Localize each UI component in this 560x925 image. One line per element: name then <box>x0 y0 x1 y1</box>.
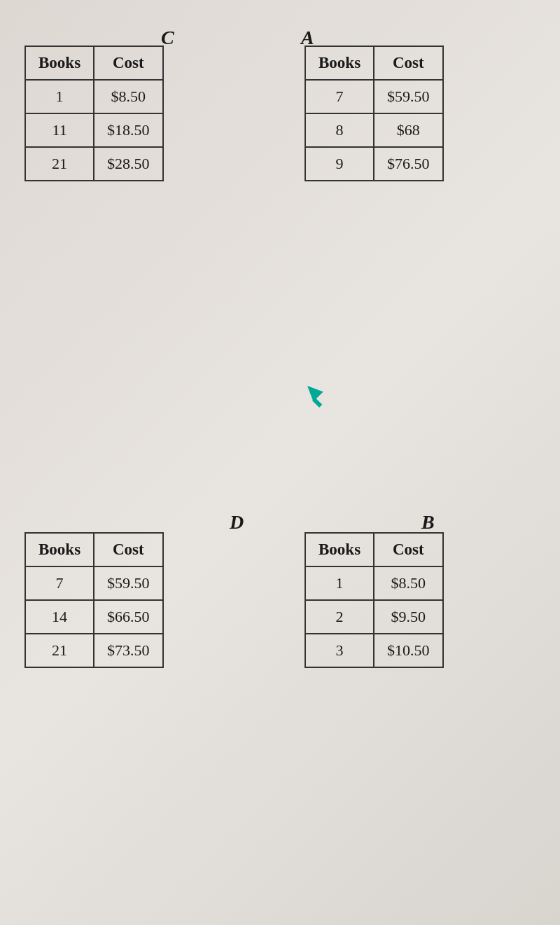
books-cell: 1 <box>305 566 374 600</box>
books-cell: 3 <box>305 634 374 667</box>
cost-cell: $9.50 <box>374 600 443 634</box>
books-cell: 2 <box>305 600 374 634</box>
table-a-col1-header: Books <box>305 46 374 80</box>
cost-cell: $8.50 <box>94 80 163 113</box>
table-d-col2-header: Cost <box>94 533 163 566</box>
table-row: 1$8.50 <box>25 80 163 113</box>
table-row: 3$10.50 <box>305 634 443 667</box>
cost-cell: $66.50 <box>94 600 163 634</box>
table-c-col1-header: Books <box>25 46 94 80</box>
cost-cell: $8.50 <box>374 566 443 600</box>
label-d: D <box>230 511 244 534</box>
table-row: 11$18.50 <box>25 113 163 147</box>
table-row: 14$66.50 <box>25 600 163 634</box>
books-cell: 7 <box>25 566 94 600</box>
books-cell: 11 <box>25 113 94 147</box>
cost-cell: $28.50 <box>94 147 163 181</box>
table-row: 7$59.50 <box>25 566 163 600</box>
table-row: 9$76.50 <box>305 147 443 181</box>
cost-cell: $18.50 <box>94 113 163 147</box>
cost-cell: $59.50 <box>94 566 163 600</box>
table-b: Books Cost 1$8.502$9.503$10.50 <box>304 532 444 668</box>
books-cell: 14 <box>25 600 94 634</box>
table-d-col1-header: Books <box>25 533 94 566</box>
table-row: 21$28.50 <box>25 147 163 181</box>
table-a-col2-header: Cost <box>374 46 443 80</box>
books-cell: 9 <box>305 147 374 181</box>
table-b-col2-header: Cost <box>374 533 443 566</box>
books-cell: 21 <box>25 634 94 667</box>
label-b: B <box>421 511 435 534</box>
table-row: 21$73.50 <box>25 634 163 667</box>
page-container: A Books Cost 7$59.508$689$76.50 C Books … <box>0 0 560 925</box>
table-row: 2$9.50 <box>305 600 443 634</box>
table-d: Books Cost 7$59.5014$66.5021$73.50 <box>24 532 164 668</box>
cost-cell: $68 <box>374 113 443 147</box>
table-row: 7$59.50 <box>305 80 443 113</box>
cost-cell: $76.50 <box>374 147 443 181</box>
books-cell: 8 <box>305 113 374 147</box>
table-row: 1$8.50 <box>305 566 443 600</box>
table-c-col2-header: Cost <box>94 46 163 80</box>
cost-cell: $73.50 <box>94 634 163 667</box>
books-cell: 1 <box>25 80 94 113</box>
table-b-col1-header: Books <box>305 533 374 566</box>
books-cell: 7 <box>305 80 374 113</box>
table-row: 8$68 <box>305 113 443 147</box>
table-a: Books Cost 7$59.508$689$76.50 <box>304 46 444 181</box>
cost-cell: $10.50 <box>374 634 443 667</box>
table-c: Books Cost 1$8.5011$18.5021$28.50 <box>24 46 164 181</box>
books-cell: 21 <box>25 147 94 181</box>
cost-cell: $59.50 <box>374 80 443 113</box>
